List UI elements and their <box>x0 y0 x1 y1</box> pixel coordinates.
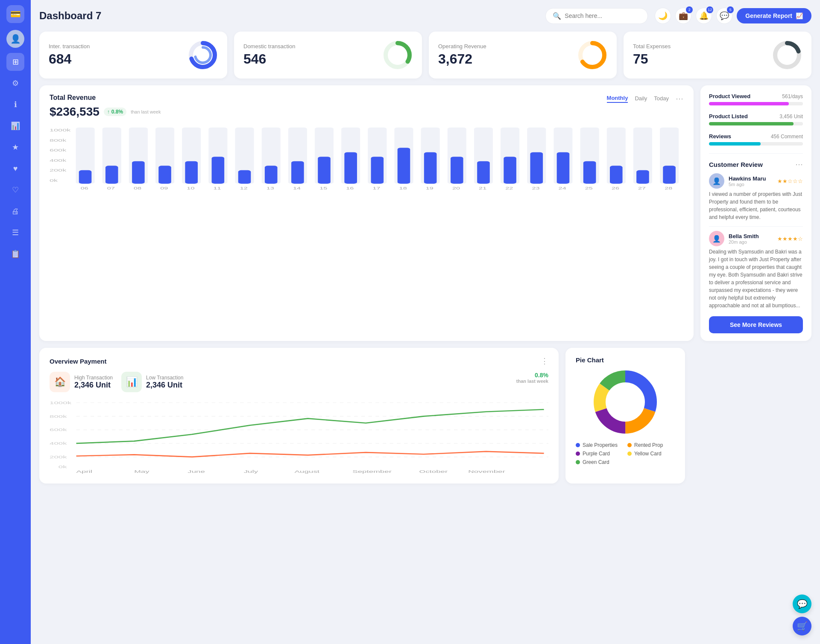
stat-card-domestic: Domestic transaction 546 <box>234 32 422 79</box>
sidebar-item-settings[interactable]: ⚙ <box>6 74 24 92</box>
svg-text:23: 23 <box>532 186 539 190</box>
svg-text:10: 10 <box>187 186 194 190</box>
review-1-avatar: 👤 <box>709 231 724 246</box>
revenue-card: Total Revenue Monthly Daily Today ⋯ $236… <box>39 85 694 341</box>
search-bar[interactable]: 🔍 <box>545 8 648 24</box>
svg-rect-76 <box>610 166 623 184</box>
tab-monthly[interactable]: Monthly <box>607 95 628 103</box>
sidebar-item-print[interactable]: 🖨 <box>6 202 24 220</box>
sidebar-item-info[interactable]: ℹ <box>6 96 24 114</box>
stat-value-domestic: 546 <box>243 51 295 67</box>
sidebar-avatar[interactable]: 👤 <box>6 30 24 48</box>
metric-product-listed-val: 3,456 Unit <box>779 114 803 119</box>
metric-product-viewed-header: Product Viewed 561/days <box>709 93 803 99</box>
sidebar-item-dashboard[interactable]: ⊞ <box>6 53 24 71</box>
search-input[interactable] <box>565 12 641 19</box>
svg-text:18: 18 <box>399 186 407 190</box>
pie-container <box>576 368 675 436</box>
bottom-row: Overview Payment ⋮ 🏠 High Transaction 2,… <box>39 348 811 484</box>
reviews-more-options[interactable]: ⋯ <box>795 160 803 169</box>
revenue-change-pct: 0.8% <box>111 109 123 115</box>
svg-text:600k: 600k <box>50 148 67 152</box>
svg-rect-40 <box>291 161 304 184</box>
bell-icon-btn[interactable]: 🔔 12 <box>696 8 712 24</box>
svg-text:800k: 800k <box>50 138 67 142</box>
svg-text:25: 25 <box>585 186 593 190</box>
svg-point-2 <box>195 47 211 63</box>
svg-rect-52 <box>398 148 410 184</box>
legend-purple-card: Purple Card <box>576 451 623 457</box>
sidebar-item-list[interactable]: 📋 <box>6 245 24 263</box>
stat-card-expenses-info: Total Expenses 75 <box>633 43 671 67</box>
svg-text:November: November <box>468 469 505 473</box>
search-icon: 🔍 <box>553 12 561 20</box>
moon-icon-btn[interactable]: 🌙 <box>655 8 671 24</box>
legend-dot-sale <box>576 443 580 447</box>
svg-rect-34 <box>238 170 251 184</box>
donut-domestic <box>383 40 413 70</box>
legend-dot-green <box>576 460 580 464</box>
metric-product-listed-header: Product Listed 3,456 Unit <box>709 113 803 119</box>
svg-text:26: 26 <box>612 186 619 190</box>
legend-rented-prop: Rented Prop <box>627 442 675 448</box>
revenue-change-label: than last week <box>131 109 161 114</box>
stat-cards: Inter. transaction 684 Domestic transact… <box>39 32 811 79</box>
metrics-card: Product Viewed 561/days Product Listed 3… <box>700 85 811 341</box>
svg-rect-55 <box>424 152 437 184</box>
review-1-top: 👤 Bella Smith 20m ago ★★★★☆ <box>709 231 803 246</box>
legend-label-green: Green Card <box>583 459 609 465</box>
sidebar-item-menu[interactable]: ☰ <box>6 224 24 242</box>
sidebar-logo[interactable]: 💳 <box>6 5 24 23</box>
svg-text:24: 24 <box>559 186 566 190</box>
svg-text:19: 19 <box>426 186 433 190</box>
metric-product-viewed-name: Product Viewed <box>709 93 750 99</box>
svg-text:09: 09 <box>160 186 168 190</box>
main-content: Dashboard 7 🔍 🌙 💼 2 🔔 12 💬 5 Generate Re… <box>31 0 820 644</box>
header-icons: 🌙 💼 2 🔔 12 💬 5 Generate Report 📈 <box>655 8 811 24</box>
sidebar-item-heart[interactable]: ♥ <box>6 160 24 178</box>
revenue-change: ↑ 0.8% <box>104 108 126 116</box>
svg-text:17: 17 <box>372 186 380 190</box>
stat-card-domestic-info: Domestic transaction 546 <box>243 43 295 67</box>
tab-daily[interactable]: Daily <box>635 95 647 102</box>
svg-text:July: July <box>244 469 258 473</box>
review-1-stars: ★★★★☆ <box>777 236 803 242</box>
svg-text:28: 28 <box>665 186 672 190</box>
svg-text:400k: 400k <box>50 158 67 162</box>
pie-chart-title: Pie Chart <box>576 356 675 364</box>
stat-value-expenses: 75 <box>633 51 671 67</box>
svg-text:June: June <box>187 469 205 473</box>
svg-text:06: 06 <box>81 186 88 190</box>
svg-text:13: 13 <box>266 186 274 190</box>
overview-change-label: than last week <box>516 379 548 384</box>
revenue-more-options[interactable]: ⋯ <box>676 94 683 103</box>
overview-more-options[interactable]: ⋮ <box>541 356 548 366</box>
svg-text:22: 22 <box>505 186 513 190</box>
svg-text:16: 16 <box>346 186 354 190</box>
svg-text:15: 15 <box>319 186 327 190</box>
svg-rect-49 <box>371 157 384 184</box>
high-transaction-value: 2,346 Unit <box>74 381 113 390</box>
svg-text:1000k: 1000k <box>50 128 71 132</box>
reviews-section: Customer Review ⋯ 👤 Hawkins Maru 5m ago … <box>709 153 803 333</box>
sidebar-item-heart2[interactable]: ♡ <box>6 181 24 199</box>
support-float-button[interactable]: 💬 <box>793 594 811 613</box>
chat-icon-btn[interactable]: 💬 5 <box>716 8 732 24</box>
high-transaction-info: High Transaction 2,346 Unit <box>74 375 113 390</box>
middle-row: Total Revenue Monthly Daily Today ⋯ $236… <box>39 85 811 341</box>
svg-rect-16 <box>79 170 92 184</box>
metric-product-listed-name: Product Listed <box>709 113 748 119</box>
cart-float-button[interactable]: 🛒 <box>793 617 811 635</box>
see-more-reviews-button[interactable]: See More Reviews <box>709 316 803 333</box>
tab-today[interactable]: Today <box>654 95 669 102</box>
revenue-bar-chart: 1000k 800k 600k 400k 200k 0k 06070809101… <box>50 125 683 194</box>
svg-rect-61 <box>477 161 490 184</box>
wallet-icon-btn[interactable]: 💼 2 <box>675 8 691 24</box>
sidebar-item-analytics[interactable]: 📊 <box>6 117 24 135</box>
stat-label-domestic: Domestic transaction <box>243 43 295 50</box>
donut-expenses <box>772 40 802 70</box>
sidebar-item-star[interactable]: ★ <box>6 138 24 156</box>
legend-label-sale: Sale Properties <box>583 442 618 448</box>
svg-text:11: 11 <box>214 186 221 190</box>
generate-report-button[interactable]: Generate Report 📈 <box>737 8 811 23</box>
